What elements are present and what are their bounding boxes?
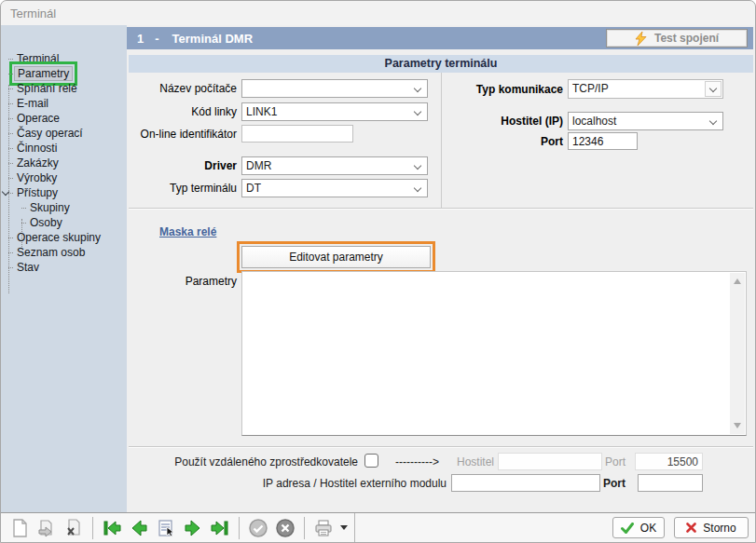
record-dash: - (155, 32, 158, 46)
combo-dropdown-button[interactable] (705, 81, 722, 97)
sidebar-item-seznam-osob[interactable]: Seznam osob (1, 245, 127, 260)
online-identifikator-input[interactable] (241, 125, 353, 143)
title-bar[interactable]: Terminál (1, 1, 755, 25)
chevron-down-icon (709, 117, 717, 125)
sidebar-item-casy-operaci[interactable]: Časy operací (1, 126, 127, 141)
online-identifikator-label: On-line identifikátor (127, 128, 237, 141)
typ-terminalu-label: Typ terminálu (127, 182, 237, 195)
check-icon (621, 523, 634, 534)
previous-record-icon[interactable] (127, 516, 151, 540)
hostitel-ip-label: Hostitel (IP) (444, 115, 563, 128)
record-header: 1 - Terminál DMR Test spojení (127, 27, 753, 49)
window-title: Terminál (10, 7, 56, 20)
record-number: 1 (137, 32, 144, 46)
chevron-down-icon (414, 162, 421, 170)
ip-adresa-input[interactable] (451, 474, 600, 492)
maska-rele-link[interactable]: Maska relé (159, 225, 216, 238)
lightning-icon (635, 32, 647, 46)
use-remote-broker-label: Použít vzdáleného zprostředkovatele (127, 455, 358, 468)
new-record-icon[interactable] (7, 516, 32, 540)
kod-linky-combo[interactable]: LINK1 (241, 102, 428, 121)
toolbar-separator (239, 517, 240, 539)
accept-icon[interactable] (246, 516, 270, 540)
storno-button[interactable]: Storno (674, 517, 749, 538)
remote-hostitel-input[interactable] (498, 453, 602, 470)
kod-linky-label: Kód linky (127, 105, 237, 118)
typ-komunikace-combo[interactable]: TCP/IP (568, 79, 723, 99)
extern-port-input[interactable] (638, 474, 703, 492)
parametry-label: Parametry (127, 275, 237, 288)
separator (129, 208, 753, 210)
ok-button[interactable]: OK (612, 517, 665, 538)
sidebar-item-terminal[interactable]: Terminál (1, 51, 127, 66)
sidebar-item-stav[interactable]: Stav (1, 260, 127, 275)
group-header: Parametry terminálu (129, 55, 753, 73)
toolbar-separator (92, 517, 93, 539)
scroll-down-icon[interactable] (734, 423, 741, 428)
print-dropdown-caret[interactable] (340, 525, 348, 530)
sidebar-item-operace[interactable]: Operace (1, 111, 127, 126)
cancel-icon[interactable] (273, 516, 297, 540)
typ-terminalu-combo[interactable]: DT (241, 179, 428, 197)
hostitel-ip-combo[interactable]: localhost (568, 112, 723, 130)
port-label: Port (444, 135, 563, 148)
separator (129, 446, 753, 448)
copy-record-icon[interactable] (34, 516, 59, 540)
first-record-icon[interactable] (100, 516, 124, 540)
sidebar-tree: Terminál Parametry Spínání relé E-mail O… (1, 25, 127, 514)
sidebar-item-vyrobky[interactable]: Výrobky (1, 170, 127, 185)
chevron-down-icon (414, 184, 421, 192)
column-divider (441, 73, 442, 208)
record-title: Terminál DMR (172, 32, 253, 46)
driver-label: Driver (127, 159, 237, 172)
driver-combo[interactable]: DMR (241, 156, 428, 175)
editovat-parametry-button[interactable]: Editovat parametry (241, 246, 431, 268)
toolbar-separator (304, 517, 305, 539)
test-connection-button[interactable]: Test spojení (606, 29, 748, 48)
parametry-textarea[interactable] (241, 271, 747, 436)
remote-port-input[interactable] (635, 453, 703, 470)
browse-records-icon[interactable] (154, 516, 178, 540)
sidebar-item-skupiny[interactable]: Skupiny (1, 200, 127, 215)
chevron-down-icon (414, 85, 421, 92)
next-record-icon[interactable] (181, 516, 205, 540)
main-panel: 1 - Terminál DMR Test spojení Parametry … (127, 25, 755, 514)
nazev-pocitace-label: Název počítače (127, 82, 237, 95)
arrow-text: ----------> (395, 455, 447, 468)
nazev-pocitace-combo[interactable] (241, 79, 428, 98)
sidebar-item-zakazky[interactable]: Zakázky (1, 156, 127, 170)
scroll-up-icon[interactable] (734, 278, 741, 284)
last-record-icon[interactable] (208, 516, 232, 540)
use-remote-broker-checkbox[interactable] (364, 454, 378, 468)
extern-port-label: Port (598, 477, 625, 490)
sidebar-item-operace-skupiny[interactable]: Operace skupiny (1, 230, 127, 245)
bottom-toolbar: OK Storno (1, 512, 755, 542)
chevron-down-icon (414, 108, 421, 115)
sidebar-item-spinani-rele[interactable]: Spínání relé (1, 81, 127, 96)
vertical-scrollbar[interactable] (730, 273, 745, 434)
delete-record-icon[interactable] (62, 516, 86, 540)
sidebar-item-cinnosti[interactable]: Činnosti (1, 141, 127, 156)
chevron-down-icon (709, 85, 717, 92)
typ-komunikace-label: Typ komunikace (444, 83, 563, 96)
sidebar-item-osoby[interactable]: Osoby (1, 215, 127, 230)
sidebar-item-parametry[interactable]: Parametry (1, 66, 127, 81)
sidebar-item-pristupy[interactable]: Přístupy (1, 185, 127, 200)
remote-hostitel-label: Hostitel (455, 455, 494, 468)
x-icon (686, 523, 696, 533)
print-icon[interactable] (311, 516, 336, 540)
sidebar-item-email[interactable]: E-mail (1, 96, 127, 111)
terminal-dialog: Terminál Terminál Parametry Spínání relé… (0, 0, 756, 543)
remote-port-label: Port (598, 455, 625, 468)
port-input[interactable] (568, 132, 638, 150)
chevron-down-icon[interactable] (2, 188, 9, 196)
record-toolbar (1, 513, 355, 542)
ip-adresa-label: IP adresa / Hostitel externího modulu (167, 477, 447, 490)
